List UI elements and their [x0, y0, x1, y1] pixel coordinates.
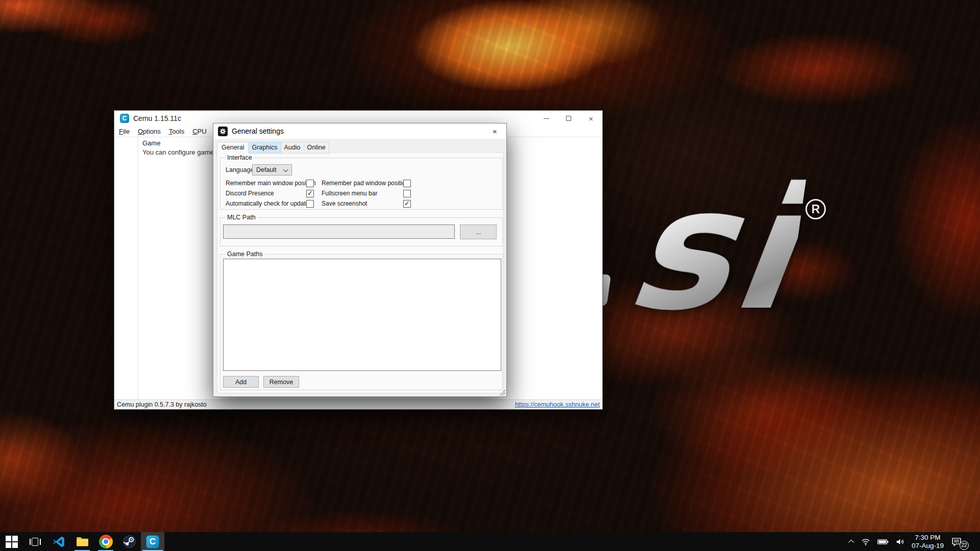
menu-file[interactable]: File	[115, 127, 134, 136]
clock-date: 07-Aug-19	[912, 542, 944, 550]
start-button[interactable]	[0, 532, 23, 551]
taskbar-vscode[interactable]	[47, 532, 70, 551]
close-icon: ×	[589, 115, 594, 122]
volume-icon[interactable]	[895, 537, 905, 546]
battery-icon[interactable]	[877, 538, 889, 546]
maximize-button[interactable]	[557, 111, 580, 126]
language-select[interactable]: Default	[252, 164, 292, 176]
checkbox-discord-presence[interactable]	[306, 190, 314, 197]
action-center-button[interactable]: 22	[950, 535, 966, 548]
checkbox-label: Remember pad window position	[322, 180, 403, 187]
close-button[interactable]: ×	[580, 111, 602, 126]
interface-legend: Interface	[225, 154, 254, 161]
minimize-icon	[544, 118, 549, 119]
menu-options[interactable]: Options	[134, 127, 165, 136]
checkbox-label: Discord Presence	[226, 190, 306, 197]
cemu-icon: C	[146, 535, 159, 548]
windows-logo-icon	[6, 536, 18, 548]
tab-audio[interactable]: Audio	[281, 142, 304, 154]
taskbar-cemu[interactable]: C	[141, 532, 164, 551]
window-title: Cemu 1.15.11c	[133, 114, 181, 122]
settings-tabs: General Graphics Audio Online	[217, 142, 329, 154]
status-link[interactable]: https://cemuhook.sshnuke.net	[515, 401, 600, 408]
checkbox-save-screenshot[interactable]	[403, 200, 411, 208]
mlc-path-input[interactable]	[223, 224, 455, 239]
mlc-browse-button[interactable]: ...	[460, 224, 497, 239]
game-paths-legend: Game Paths	[225, 251, 264, 258]
maximize-icon	[566, 116, 571, 121]
chrome-icon	[99, 535, 113, 548]
dialog-close-button[interactable]: ×	[483, 123, 506, 139]
mlc-path-legend: MLC Path	[225, 214, 258, 221]
game-paths-groupbox: Game Paths Add Remove	[220, 254, 503, 390]
menu-tools[interactable]: Tools	[165, 127, 188, 136]
chevron-down-icon	[283, 167, 288, 172]
task-view-button[interactable]	[23, 532, 47, 551]
column-separator	[138, 138, 138, 399]
msi-logo-text: si	[618, 152, 810, 347]
wifi-icon[interactable]	[861, 537, 871, 546]
registered-trademark-icon: R	[805, 199, 826, 219]
taskbar-steam[interactable]	[117, 532, 141, 551]
taskbar-clock[interactable]: 7:30 PM 07-Aug-19	[912, 534, 944, 550]
checkbox-label: Remember main window position	[226, 180, 306, 187]
language-label: Language	[226, 166, 254, 173]
checkbox-label: Save screenshot	[322, 200, 403, 207]
file-explorer-icon	[76, 535, 89, 548]
dialog-titlebar[interactable]: General settings ×	[213, 123, 506, 139]
dialog-title: General settings	[232, 127, 284, 135]
steam-icon	[122, 535, 136, 548]
add-path-button[interactable]: Add	[223, 376, 259, 388]
mlc-path-groupbox: MLC Path ...	[220, 217, 503, 246]
minimize-button[interactable]	[535, 111, 557, 126]
game-column-header[interactable]: Game	[142, 139, 160, 147]
taskbar-explorer[interactable]	[70, 532, 94, 551]
checkbox-label: Automatically check for updates	[226, 200, 306, 207]
system-tray: 7:30 PM 07-Aug-19 22	[850, 532, 980, 551]
tab-page-general: Interface Language Default Remember main…	[217, 152, 504, 393]
statusbar-plugin-text: Cemu plugin 0.5.7.3 by rajkosto	[117, 401, 207, 408]
menu-cpu[interactable]: CPU	[188, 127, 210, 136]
checkbox-remember-main-window[interactable]	[306, 180, 314, 187]
checkbox-fullscreen-menu-bar[interactable]	[403, 190, 411, 197]
interface-options: Remember main window position Remember p…	[226, 178, 411, 209]
statusbar: Cemu plugin 0.5.7.3 by rajkosto https://…	[114, 399, 602, 409]
tab-graphics[interactable]: Graphics	[249, 142, 281, 154]
general-settings-dialog: General settings × General Graphics Audi…	[213, 123, 507, 397]
taskbar: C	[0, 532, 980, 551]
interface-groupbox: Interface Language Default Remember main…	[220, 158, 503, 210]
checkbox-label: Fullscreen menu bar	[322, 190, 403, 197]
checkbox-remember-pad-window[interactable]	[403, 180, 411, 187]
gear-icon	[218, 127, 228, 136]
notification-badge: 22	[960, 541, 969, 550]
cemu-app-icon: C	[120, 114, 129, 123]
desktop: si R C Cemu 1.15.11c × File Options Tool…	[0, 0, 980, 551]
clock-time: 7:30 PM	[912, 534, 944, 542]
checkbox-auto-check-updates[interactable]	[306, 200, 314, 208]
vscode-icon	[52, 535, 65, 548]
tray-chevron-up-icon[interactable]	[848, 539, 854, 545]
remove-path-button[interactable]: Remove	[263, 376, 299, 388]
task-view-icon	[30, 538, 41, 546]
tab-general[interactable]: General	[217, 142, 249, 154]
taskbar-chrome[interactable]	[94, 532, 117, 551]
tab-online[interactable]: Online	[304, 142, 329, 154]
game-paths-list[interactable]	[223, 259, 501, 371]
language-value: Default	[256, 166, 277, 173]
